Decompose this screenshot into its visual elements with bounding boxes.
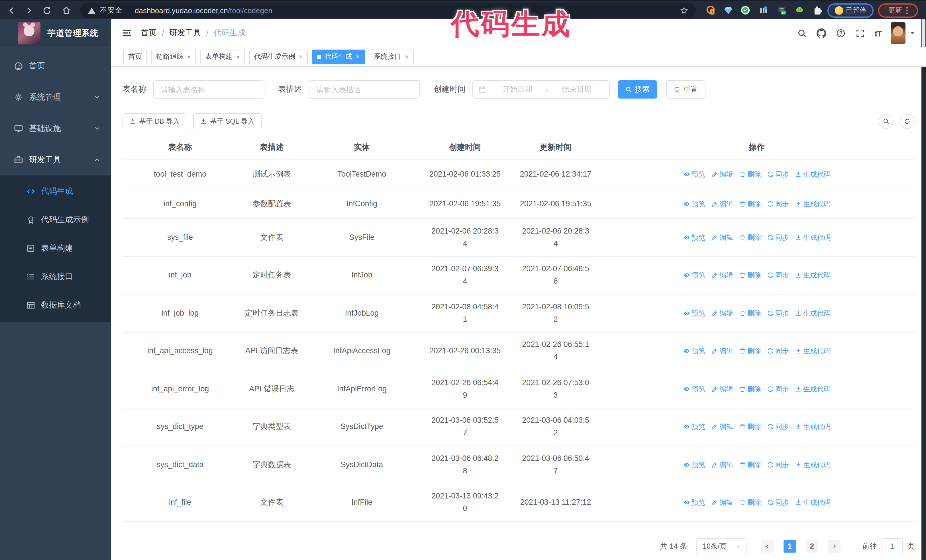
action-sync-link[interactable]: 同步 <box>767 497 789 509</box>
action-delete-link[interactable]: 删除 <box>739 231 761 244</box>
import-db-button[interactable]: 基于 DB 导入 <box>123 113 187 129</box>
extension-monkey-icon[interactable] <box>794 5 805 15</box>
extension-on-icon[interactable]: on <box>777 5 787 15</box>
sidebar-subitem-3[interactable]: 系统接口 <box>0 263 111 291</box>
tab-2[interactable]: 表单构建× <box>200 49 245 64</box>
action-sync-link[interactable]: 同步 <box>767 198 789 210</box>
browser-paused-badge[interactable]: 已暂停 <box>828 3 873 18</box>
action-generate-link[interactable]: 生成代码 <box>794 383 831 395</box>
sidebar-subitem-1[interactable]: 代码生成示例 <box>0 206 111 234</box>
action-sync-link[interactable]: 同步 <box>767 307 789 320</box>
action-preview-link[interactable]: 预览 <box>683 168 705 180</box>
action-generate-link[interactable]: 生成代码 <box>794 497 831 509</box>
action-preview-link[interactable]: 预览 <box>683 383 705 395</box>
font-size-icon[interactable]: tT <box>875 28 882 38</box>
breadcrumb-item-0[interactable]: 首页 <box>141 28 157 38</box>
extension-columns-icon[interactable] <box>758 5 769 15</box>
tab-close-icon[interactable]: × <box>405 53 409 61</box>
start-date-placeholder[interactable]: 开始日期 <box>490 84 545 95</box>
sidebar-subitem-2[interactable]: 表单构建 <box>0 234 111 263</box>
refresh-table-button[interactable] <box>900 114 915 129</box>
sidebar-item-2[interactable]: 基础设施 <box>0 113 111 144</box>
action-delete-link[interactable]: 删除 <box>739 345 761 358</box>
page-size-select[interactable]: 10条/页 <box>696 538 746 554</box>
action-preview-link[interactable]: 预览 <box>683 459 705 471</box>
action-edit-link[interactable]: 编辑 <box>711 231 733 244</box>
security-label[interactable]: 不安全 <box>100 6 123 15</box>
action-generate-link[interactable]: 生成代码 <box>794 198 831 210</box>
sidebar-item-0[interactable]: 首页 <box>0 50 111 82</box>
table-name-input[interactable] <box>153 80 265 98</box>
action-generate-link[interactable]: 生成代码 <box>794 168 831 180</box>
tab-5[interactable]: 系统接口× <box>369 49 414 64</box>
action-sync-link[interactable]: 同步 <box>767 269 789 282</box>
action-sync-link[interactable]: 同步 <box>767 231 789 244</box>
import-sql-button[interactable]: 基于 SQL 导入 <box>194 113 261 129</box>
table-desc-input[interactable] <box>309 80 420 98</box>
action-edit-link[interactable]: 编辑 <box>711 459 733 471</box>
page-scrollbar[interactable] <box>921 19 926 560</box>
fullscreen-icon[interactable] <box>855 28 865 38</box>
browser-update-button[interactable]: 更新 <box>878 3 918 18</box>
action-sync-link[interactable]: 同步 <box>767 345 789 358</box>
tab-3[interactable]: 代码生成示例× <box>249 49 308 64</box>
tab-1[interactable]: 链路追踪× <box>151 49 196 64</box>
action-sync-link[interactable]: 同步 <box>767 383 789 395</box>
hamburger-icon[interactable] <box>122 28 132 38</box>
action-edit-link[interactable]: 编辑 <box>711 168 733 180</box>
goto-page-input[interactable]: 1 <box>882 538 903 554</box>
sidebar-item-1[interactable]: 系统管理 <box>0 82 111 113</box>
action-delete-link[interactable]: 删除 <box>739 269 761 282</box>
action-delete-link[interactable]: 删除 <box>739 383 761 395</box>
show-search-toggle-button[interactable] <box>879 114 894 129</box>
browser-home-icon[interactable] <box>62 6 71 15</box>
breadcrumb-item-1[interactable]: 研发工具 <box>169 28 201 38</box>
action-generate-link[interactable]: 生成代码 <box>794 269 831 282</box>
table-row-3[interactable]: inf_job 定时任务表 InfJob 2021-02-07 06:39:34… <box>123 257 915 294</box>
action-edit-link[interactable]: 编辑 <box>711 421 733 433</box>
action-generate-link[interactable]: 生成代码 <box>794 307 831 320</box>
prev-page-button[interactable] <box>761 540 774 552</box>
extension-green-icon[interactable] <box>740 5 750 15</box>
next-page-button[interactable] <box>828 540 841 552</box>
create-time-range-picker[interactable]: 开始日期 - 结束日期 <box>472 80 610 98</box>
tab-close-icon[interactable]: × <box>187 53 191 61</box>
table-row-5[interactable]: inf_api_access_log API 访问日志表 InfApiAcces… <box>123 332 915 370</box>
table-row-8[interactable]: sys_dict_data 字典数据表 SysDictData 2021-03-… <box>123 446 915 484</box>
extension-puzzle-icon[interactable] <box>813 5 823 15</box>
action-delete-link[interactable]: 删除 <box>739 307 761 320</box>
sidebar-subitem-4[interactable]: 数据库文档 <box>0 291 111 320</box>
page-number-1[interactable]: 1 <box>784 540 796 552</box>
action-delete-link[interactable]: 删除 <box>739 198 761 210</box>
table-row-4[interactable]: inf_job_log 定时任务日志表 InfJobLog 2021-02-08… <box>123 294 915 332</box>
table-row-9[interactable]: inf_file 文件表 InfFile 2021-03-13 09:43:20… <box>123 484 915 522</box>
extension-gem-icon[interactable] <box>723 5 733 15</box>
address-bar[interactable]: 不安全 dashboard.yudao.iocoder.cn/tool/code… <box>80 3 696 18</box>
action-edit-link[interactable]: 编辑 <box>711 269 733 282</box>
github-icon[interactable] <box>817 28 826 38</box>
header-search-icon[interactable] <box>797 28 807 38</box>
action-preview-link[interactable]: 预览 <box>683 345 705 358</box>
table-row-1[interactable]: inf_config 参数配置表 InfConfig 2021-02-06 19… <box>123 189 915 219</box>
page-number-2[interactable]: 2 <box>806 540 818 552</box>
tab-4[interactable]: 代码生成× <box>312 49 365 64</box>
action-preview-link[interactable]: 预览 <box>683 497 705 509</box>
sidebar-subitem-0[interactable]: 代码生成 <box>0 177 111 206</box>
browser-reload-icon[interactable] <box>42 6 52 15</box>
action-edit-link[interactable]: 编辑 <box>711 497 733 509</box>
action-preview-link[interactable]: 预览 <box>683 421 705 433</box>
avatar-caret-icon[interactable] <box>909 30 916 36</box>
action-delete-link[interactable]: 删除 <box>739 497 761 509</box>
url-text[interactable]: dashboard.yudao.iocoder.cn/tool/codegen <box>135 6 272 15</box>
avatar[interactable] <box>891 22 905 44</box>
action-generate-link[interactable]: 生成代码 <box>794 421 831 433</box>
bookmark-star-icon[interactable] <box>680 6 688 15</box>
action-edit-link[interactable]: 编辑 <box>711 198 733 210</box>
tab-close-icon[interactable]: × <box>236 53 240 61</box>
table-row-7[interactable]: sys_dict_type 字典类型表 SysDictType 2021-03-… <box>123 408 915 446</box>
tab-close-icon[interactable]: × <box>299 53 303 61</box>
action-sync-link[interactable]: 同步 <box>767 459 789 471</box>
table-row-6[interactable]: inf_api_error_log API 错误日志 InfApiErrorLo… <box>123 370 915 408</box>
sidebar-item-3[interactable]: 研发工具 <box>0 144 111 175</box>
action-sync-link[interactable]: 同步 <box>767 421 789 433</box>
